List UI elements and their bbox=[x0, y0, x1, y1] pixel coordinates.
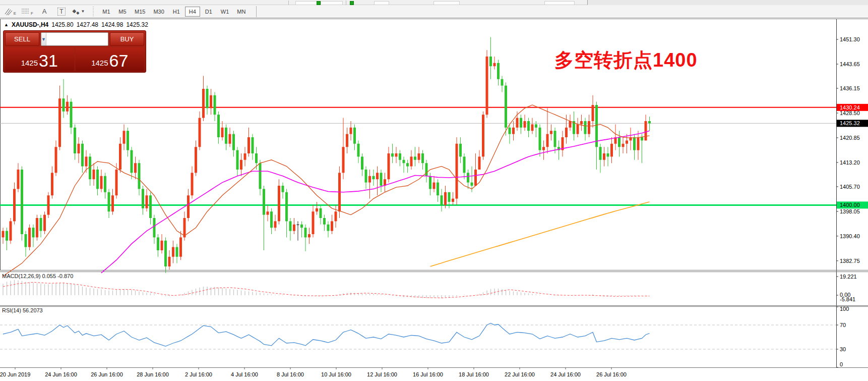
ohlc-high: 1427.48 bbox=[77, 21, 98, 28]
ohlc-low: 1424.98 bbox=[101, 21, 123, 28]
buy-price-box[interactable]: 1425 67 bbox=[76, 47, 145, 71]
svg-text:30: 30 bbox=[840, 346, 846, 352]
svg-text:12 Jul 16:00: 12 Jul 16:00 bbox=[367, 371, 397, 377]
svg-text:1390.40: 1390.40 bbox=[840, 233, 860, 239]
svg-text:26 Jul 16:00: 26 Jul 16:00 bbox=[596, 371, 627, 377]
svg-text:1451.30: 1451.30 bbox=[840, 36, 860, 42]
price-axis[interactable]: 1451.301443.651436.151428.501420.851413.… bbox=[836, 36, 868, 264]
sell-price-box[interactable]: 1425 31 bbox=[5, 47, 74, 71]
svg-text:4 Jul 16:00: 4 Jul 16:00 bbox=[231, 371, 258, 377]
ohlc-close: 1425.32 bbox=[126, 21, 148, 28]
ma-fast-line bbox=[3, 105, 650, 276]
rsi-name: RSI(14) bbox=[2, 307, 21, 313]
buy-price-pips: 67 bbox=[109, 52, 129, 69]
svg-text:1382.75: 1382.75 bbox=[840, 258, 860, 264]
svg-text:1430.24: 1430.24 bbox=[840, 104, 860, 111]
svg-text:1436.15: 1436.15 bbox=[840, 85, 860, 91]
symbol-name: XAUUSD-,H4 bbox=[12, 21, 48, 28]
trading-terminal-window: EFAT◆◆▼ M1M5M15M30H1H4D1W1MN 1451.301443… bbox=[0, 0, 868, 381]
buy-button[interactable]: BUY bbox=[110, 32, 144, 46]
svg-text:0: 0 bbox=[840, 361, 843, 367]
svg-text:-5.841: -5.841 bbox=[840, 296, 855, 302]
svg-text:28 Jun 16:00: 28 Jun 16:00 bbox=[137, 371, 169, 377]
svg-text:24 Jul 16:00: 24 Jul 16:00 bbox=[550, 371, 581, 377]
sell-price-handle: 1425 bbox=[21, 59, 38, 67]
ma-mid-line bbox=[101, 131, 650, 273]
macd-signal-value: -0.870 bbox=[57, 273, 73, 279]
svg-text:19.221: 19.221 bbox=[840, 274, 857, 280]
macd-value: 0.055 bbox=[42, 273, 56, 279]
svg-text:10 Jul 16:00: 10 Jul 16:00 bbox=[321, 371, 351, 377]
svg-text:70: 70 bbox=[840, 322, 846, 328]
symbol-header: ▲ XAUUSD-,H4 1425.80 1427.48 1424.98 142… bbox=[4, 21, 148, 28]
svg-text:16 Jul 16:00: 16 Jul 16:00 bbox=[413, 371, 443, 377]
sell-price-pips: 31 bbox=[39, 52, 58, 69]
macd-panel-label: MACD(12,26,9) 0.055 -0.870 bbox=[2, 273, 73, 279]
rsi-panel-label: RSI(14) 56.2073 bbox=[2, 307, 43, 313]
svg-text:22 Jul 16:00: 22 Jul 16:00 bbox=[505, 371, 535, 377]
volume-input[interactable] bbox=[46, 33, 108, 45]
svg-text:18 Jul 16:00: 18 Jul 16:00 bbox=[459, 371, 489, 377]
sell-button[interactable]: SELL bbox=[5, 32, 39, 46]
svg-text:8 Jul 16:00: 8 Jul 16:00 bbox=[277, 371, 304, 377]
svg-text:2 Jul 16:00: 2 Jul 16:00 bbox=[185, 371, 212, 377]
svg-text:1398.05: 1398.05 bbox=[840, 208, 860, 214]
svg-text:26 Jun 16:00: 26 Jun 16:00 bbox=[91, 371, 123, 377]
svg-text:1413.20: 1413.20 bbox=[840, 159, 860, 166]
svg-text:1400.00: 1400.00 bbox=[840, 202, 860, 208]
svg-text:20 Jun 2019: 20 Jun 2019 bbox=[0, 371, 30, 377]
ma-slow-line bbox=[430, 202, 650, 266]
ohlc-open: 1425.80 bbox=[51, 21, 73, 28]
svg-text:1405.70: 1405.70 bbox=[840, 184, 860, 190]
volume-stepper: ▼ ▲ bbox=[41, 32, 108, 46]
svg-text:100: 100 bbox=[840, 306, 849, 312]
rsi-value: 56.2073 bbox=[23, 307, 43, 313]
rsi-panel[interactable]: 10070300 bbox=[0, 306, 849, 367]
collapse-icon[interactable]: ▲ bbox=[4, 22, 9, 27]
macd-panel[interactable]: 19.2210.00-5.841 bbox=[3, 274, 857, 302]
svg-text:1443.65: 1443.65 bbox=[840, 61, 860, 67]
buy-price-handle: 1425 bbox=[91, 59, 108, 67]
svg-text:1425.32: 1425.32 bbox=[840, 120, 860, 126]
one-click-trading-panel: SELL ▼ ▲ BUY 1425 31 1425 67 bbox=[3, 30, 146, 73]
svg-text:24 Jun 16:00: 24 Jun 16:00 bbox=[45, 371, 77, 377]
chart-annotation-text: 多空转折点1400 bbox=[554, 47, 698, 73]
date-axis[interactable]: 20 Jun 201924 Jun 16:0026 Jun 16:0028 Ju… bbox=[0, 367, 627, 377]
macd-name: MACD(12,26,9) bbox=[2, 273, 40, 279]
svg-text:1420.85: 1420.85 bbox=[840, 135, 860, 141]
volume-decrease-button[interactable]: ▼ bbox=[41, 33, 46, 45]
